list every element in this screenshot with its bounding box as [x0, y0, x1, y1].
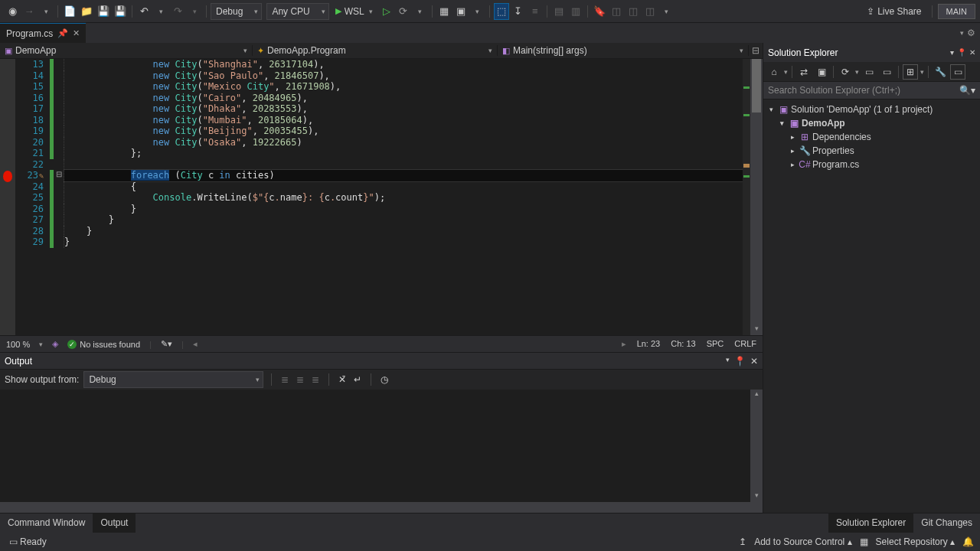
- tb-icon-9[interactable]: ◫: [626, 3, 641, 20]
- start-nodebug-icon[interactable]: ▷: [379, 3, 394, 20]
- btab-command-window[interactable]: Command Window: [0, 514, 93, 533]
- se-sync-icon[interactable]: ⇄: [796, 64, 812, 80]
- nav-right-icon[interactable]: ▸: [622, 339, 626, 349]
- tb-icon-6[interactable]: ▤: [551, 3, 567, 20]
- tabs-chevron-icon[interactable]: ▾: [960, 29, 964, 37]
- se-preview-icon[interactable]: ▭: [950, 64, 965, 80]
- split-icon[interactable]: ⊟: [749, 45, 763, 56]
- se-close-icon[interactable]: ✕: [969, 48, 975, 57]
- error-lens-icon[interactable]: ◈: [52, 339, 58, 349]
- se-pin-icon[interactable]: 📍: [957, 48, 966, 57]
- code-editor[interactable]: 1314151617181920212223✎242526272829 ⊟ ne…: [0, 59, 763, 335]
- output-hscrollbar[interactable]: [0, 502, 750, 513]
- live-share-button[interactable]: ⇪ Live Share: [862, 6, 926, 17]
- editor-scrollbar[interactable]: ▴ ▾: [750, 59, 763, 335]
- redo-icon[interactable]: ↷: [170, 3, 185, 20]
- tb-icon-8[interactable]: ◫: [609, 3, 624, 20]
- main-branch-button[interactable]: MAIN: [938, 4, 976, 19]
- nav-back-icon[interactable]: ◉: [5, 3, 20, 20]
- tb-icon-2[interactable]: ▣: [453, 3, 469, 20]
- se-tree[interactable]: ▾▣Solution 'DemoApp' (1 of 1 project)▾▣D…: [763, 99, 980, 513]
- se-tool-3[interactable]: ▭: [879, 64, 894, 80]
- nav-fwd-icon[interactable]: →: [21, 3, 37, 20]
- redo-drop-icon[interactable]: ▾: [187, 3, 202, 20]
- line-indicator[interactable]: Ln: 23: [637, 339, 661, 349]
- output-close-icon[interactable]: ✕: [750, 356, 758, 367]
- save-icon[interactable]: 💾: [96, 3, 111, 20]
- se-properties-icon[interactable]: 🔧: [933, 64, 948, 80]
- undo-drop-icon[interactable]: ▾: [153, 3, 168, 20]
- sb-cloud-icon[interactable]: ▭: [6, 536, 20, 547]
- eol-indicator[interactable]: CRLF: [734, 339, 756, 349]
- out-tool-clock[interactable]: ◷: [379, 373, 390, 386]
- config-dropdown[interactable]: Debug▾: [211, 3, 262, 20]
- crumb-project[interactable]: ▣ DemoApp ▾: [0, 45, 253, 56]
- hot-reload-drop[interactable]: ▾: [413, 3, 428, 20]
- tabs-settings-icon[interactable]: ⚙: [967, 28, 975, 38]
- output-source-value: Debug: [89, 374, 116, 385]
- crumb-class-label: DemoApp.Program: [267, 45, 346, 56]
- char-indicator[interactable]: Ch: 13: [671, 339, 695, 349]
- out-tool-2[interactable]: ≣: [295, 373, 305, 386]
- crumb-method[interactable]: ◧ Main(string[] args) ▾: [498, 45, 749, 56]
- hot-reload-icon[interactable]: ⟳: [396, 3, 411, 20]
- out-tool-3[interactable]: ≣: [310, 373, 321, 386]
- file-tab-programcs[interactable]: Program.cs 📌 ✕: [0, 23, 86, 43]
- se-tool-2[interactable]: ▭: [861, 64, 877, 80]
- bookmark-icon[interactable]: 🔖: [592, 3, 607, 20]
- nav-left-icon[interactable]: ◂: [193, 339, 198, 349]
- btab-solution-explorer[interactable]: Solution Explorer: [828, 514, 913, 533]
- output-title-bar[interactable]: Output ▾ 📍 ✕: [0, 353, 763, 370]
- se-tool-4[interactable]: ⊞: [903, 64, 918, 80]
- out-tool-clear[interactable]: ✕̄: [337, 373, 348, 386]
- tb-icon-7[interactable]: ▥: [568, 3, 583, 20]
- btab-output[interactable]: Output: [93, 514, 136, 533]
- se-node-solution-demoapp-1-of-1-project-[interactable]: ▾▣Solution 'DemoApp' (1 of 1 project): [763, 103, 980, 116]
- platform-dropdown[interactable]: Any CPU▾: [266, 3, 328, 20]
- brush-icon[interactable]: ✎▾: [161, 339, 172, 349]
- tb-icon-5[interactable]: ≡: [528, 3, 543, 20]
- out-tool-1[interactable]: ≣: [279, 373, 290, 386]
- output-chevron-icon[interactable]: ▾: [726, 356, 730, 367]
- tb-icon-4[interactable]: ↧: [511, 3, 526, 20]
- se-node-dependencies[interactable]: ▸⊞Dependencies: [763, 130, 980, 144]
- sb-add-source-control[interactable]: Add to Source Control ▴: [754, 536, 851, 547]
- output-pin-icon[interactable]: 📍: [734, 356, 746, 367]
- sb-bell-icon[interactable]: 🔔: [962, 536, 974, 547]
- tb-icon-2-drop[interactable]: ▾: [470, 3, 485, 20]
- tb-overflow[interactable]: ▾: [659, 3, 675, 20]
- se-tool-1[interactable]: ▣: [814, 64, 829, 80]
- start-debug-button[interactable]: ▶ WSL ▾: [331, 3, 377, 20]
- out-tool-wrap[interactable]: ↵: [352, 373, 363, 386]
- zoom-chevron-icon[interactable]: ▾: [39, 341, 43, 348]
- save-all-icon[interactable]: 💾: [113, 3, 128, 20]
- se-node-demoapp[interactable]: ▾▣DemoApp: [763, 116, 980, 130]
- undo-icon[interactable]: ↶: [136, 3, 152, 20]
- se-refresh-icon[interactable]: ⟳: [838, 64, 853, 80]
- issues-status[interactable]: ✓ No issues found: [67, 340, 140, 349]
- output-body[interactable]: ▴ ▾: [0, 390, 763, 513]
- output-vscrollbar[interactable]: ▴ ▾: [750, 390, 763, 513]
- sb-select-repo[interactable]: Select Repository ▴: [876, 536, 955, 547]
- output-source-dropdown[interactable]: Debug ▾: [83, 371, 263, 388]
- se-home-icon[interactable]: ⌂: [766, 64, 782, 80]
- se-chevron-icon[interactable]: ▾: [950, 48, 954, 57]
- open-project-icon[interactable]: 📁: [79, 3, 94, 20]
- file-tab-label: Program.cs: [6, 28, 53, 39]
- tb-icon-10[interactable]: ◫: [642, 3, 658, 20]
- btab-git-changes[interactable]: Git Changes: [913, 514, 980, 533]
- open-file-icon[interactable]: 📄: [62, 3, 77, 20]
- se-search-input[interactable]: Search Solution Explorer (Ctrl+;) 🔍▾: [763, 82, 980, 99]
- close-icon[interactable]: ✕: [73, 28, 80, 38]
- overview-ruler[interactable]: [743, 59, 750, 335]
- crumb-class[interactable]: ✦ DemoApp.Program ▾: [253, 45, 498, 56]
- new-item-icon[interactable]: ▾: [38, 3, 54, 20]
- zoom-level[interactable]: 100 %: [6, 340, 30, 349]
- pin-icon[interactable]: 📌: [57, 28, 68, 38]
- tb-icon-1[interactable]: ▦: [436, 3, 452, 20]
- se-node-program-cs[interactable]: ▸C#Program.cs: [763, 158, 980, 171]
- se-node-properties[interactable]: ▸🔧Properties: [763, 144, 980, 158]
- indent-indicator[interactable]: SPC: [707, 339, 724, 349]
- tb-icon-3[interactable]: ⬚: [494, 3, 509, 20]
- se-title-bar[interactable]: Solution Explorer ▾ 📍 ✕: [763, 43, 980, 62]
